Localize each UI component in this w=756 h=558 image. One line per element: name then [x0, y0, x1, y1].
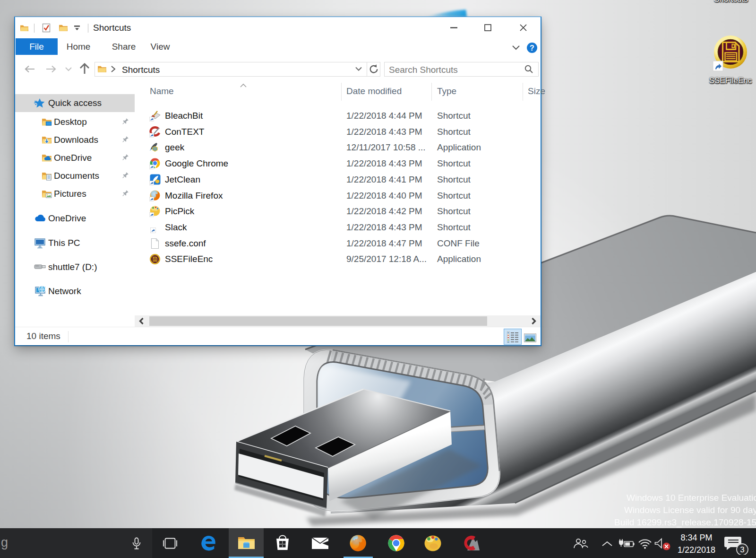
svg-text:Build 16299.rs3_release.170928: Build 16299.rs3_release.170928-1534 [614, 517, 756, 528]
svg-text:Windows License valid for 90 d: Windows License valid for 90 days [624, 505, 756, 515]
svg-text:3: 3 [740, 545, 744, 554]
svg-text:Windows 10 Enterprise Evaluati: Windows 10 Enterprise Evaluation [627, 493, 756, 503]
svg-text:?: ? [530, 44, 534, 52]
